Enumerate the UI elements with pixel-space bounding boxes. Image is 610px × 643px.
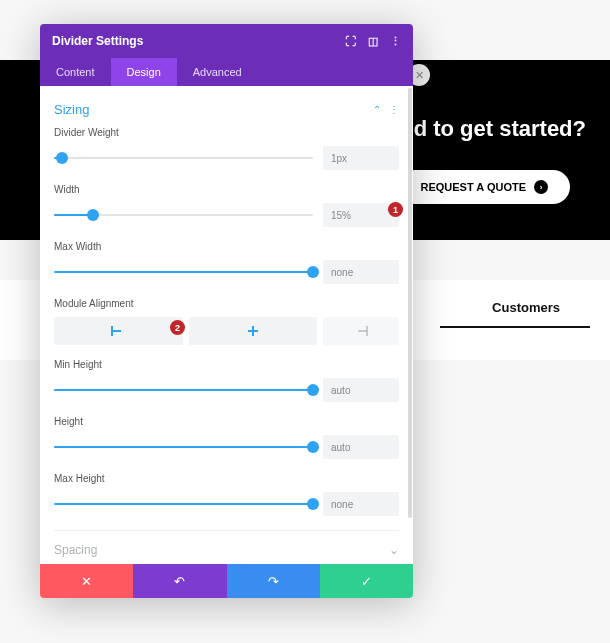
svg-rect-3: [248, 330, 258, 332]
height-slider[interactable]: [54, 439, 313, 455]
weight-slider[interactable]: [54, 150, 313, 166]
arrow-icon: ›: [534, 180, 548, 194]
section-spacing[interactable]: Spacing⌄: [54, 530, 399, 564]
align-right-button[interactable]: [323, 317, 399, 345]
label: Height: [54, 416, 399, 427]
chevron-down-icon: ⌄: [389, 543, 399, 557]
section-menu-icon[interactable]: ⋮: [389, 104, 399, 115]
undo-button[interactable]: ↶: [133, 564, 226, 598]
quote-label: REQUEST A QUOTE: [420, 181, 526, 193]
panel-header: Divider Settings ⛶ ◫ ⋮: [40, 24, 413, 58]
expand-icon[interactable]: ⛶: [345, 35, 356, 48]
svg-rect-1: [113, 330, 121, 332]
svg-rect-4: [366, 326, 368, 336]
menu-icon[interactable]: ⋮: [390, 35, 401, 48]
section-title: Sizing: [54, 102, 89, 117]
hero-headline: d to get started?: [414, 116, 586, 142]
section-label: Spacing: [54, 543, 97, 557]
chevron-up-icon[interactable]: ⌃: [373, 104, 381, 115]
field-height: Height: [54, 416, 399, 459]
weight-input[interactable]: [323, 146, 399, 170]
panel-body: Sizing ⌃ ⋮ Divider Weight Width: [40, 86, 413, 564]
field-max-height: Max Height: [54, 473, 399, 516]
callout-badge-1: 1: [388, 202, 403, 217]
section-sizing-header[interactable]: Sizing ⌃ ⋮: [54, 96, 399, 127]
panel-title: Divider Settings: [52, 34, 143, 48]
field-alignment: Module Alignment 2: [54, 298, 399, 345]
label: Max Height: [54, 473, 399, 484]
field-width: Width 1: [54, 184, 399, 227]
maxheight-input[interactable]: [323, 492, 399, 516]
label: Module Alignment: [54, 298, 399, 309]
minheight-input[interactable]: [323, 378, 399, 402]
redo-button[interactable]: ↷: [227, 564, 320, 598]
settings-panel: Divider Settings ⛶ ◫ ⋮ Content Design Ad…: [40, 24, 413, 598]
tab-advanced[interactable]: Advanced: [177, 58, 258, 86]
field-max-width: Max Width: [54, 241, 399, 284]
maxheight-slider[interactable]: [54, 496, 313, 512]
callout-badge-2: 2: [170, 320, 185, 335]
cancel-button[interactable]: ✕: [40, 564, 133, 598]
svg-rect-0: [111, 326, 113, 336]
label: Max Width: [54, 241, 399, 252]
scrollbar[interactable]: [408, 88, 412, 518]
tab-content[interactable]: Content: [40, 58, 111, 86]
align-left-button[interactable]: [54, 317, 183, 345]
width-slider[interactable]: [54, 207, 313, 223]
label: Min Height: [54, 359, 399, 370]
label: Width: [54, 184, 399, 195]
save-button[interactable]: ✓: [320, 564, 413, 598]
tab-bar: Content Design Advanced: [40, 58, 413, 86]
label: Divider Weight: [54, 127, 399, 138]
maxwidth-slider[interactable]: [54, 264, 313, 280]
columns-icon[interactable]: ◫: [368, 35, 378, 48]
request-quote-button[interactable]: REQUEST A QUOTE ›: [398, 170, 570, 204]
field-min-height: Min Height: [54, 359, 399, 402]
svg-rect-5: [358, 330, 366, 332]
minheight-slider[interactable]: [54, 382, 313, 398]
height-input[interactable]: [323, 435, 399, 459]
field-divider-weight: Divider Weight: [54, 127, 399, 170]
panel-footer: ✕ ↶ ↷ ✓: [40, 564, 413, 598]
divider-line: [440, 326, 590, 328]
align-center-button[interactable]: [189, 317, 318, 345]
customers-heading: Customers: [492, 300, 560, 315]
maxwidth-input[interactable]: [323, 260, 399, 284]
tab-design[interactable]: Design: [111, 58, 177, 86]
